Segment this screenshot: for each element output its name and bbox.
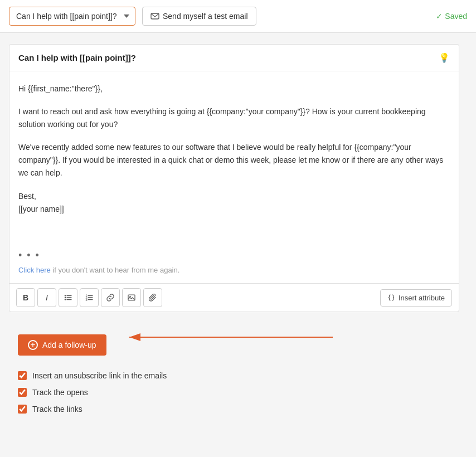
checkbox-item-opens: Track the opens [18, 388, 450, 397]
email-dots: • • • [9, 250, 459, 266]
ordered-list-icon: 1. 2. 3. [85, 294, 93, 302]
saved-status: ✓ Saved [436, 12, 467, 21]
add-followup-label: Add a follow-up [42, 341, 96, 349]
checkboxes-section: Insert an unsubscribe link in the emails… [18, 371, 450, 414]
bold-button[interactable]: B [16, 288, 35, 307]
svg-point-3 [65, 297, 66, 298]
svg-rect-4 [67, 297, 72, 298]
svg-rect-8 [88, 295, 93, 296]
image-icon [128, 294, 135, 302]
image-button[interactable] [122, 288, 141, 307]
body-line-3: We've recently added some new features t… [18, 141, 450, 179]
editor-toolbar: B I 1. 2. [9, 283, 459, 312]
editor-header: Can I help with [[pain point]]? 💡 [9, 45, 459, 71]
svg-rect-10 [88, 297, 93, 298]
unsubscribe-checkbox[interactable] [18, 371, 27, 380]
attachment-button[interactable] [143, 288, 162, 307]
test-email-button[interactable]: Send myself a test email [142, 7, 256, 26]
email-icon [150, 12, 159, 21]
plus-circle-icon: + [28, 340, 38, 350]
insert-attribute-button[interactable]: Insert attribute [380, 289, 452, 307]
svg-rect-6 [67, 299, 72, 300]
unsubscribe-line: Click here if you don't want to hear fro… [9, 266, 459, 283]
checkbox-item-links: Track the links [18, 405, 450, 414]
body-line-2: I want to reach out and ask how everythi… [18, 105, 450, 131]
bulb-icon[interactable]: 💡 [439, 52, 450, 63]
checkmark-icon: ✓ [436, 12, 443, 21]
checkbox-item-unsubscribe: Insert an unsubscribe link in the emails [18, 371, 450, 380]
email-editor: Can I help with [[pain point]]? 💡 Hi {{f… [9, 44, 459, 312]
top-bar: Can I help with [[pain point]]? Send mys… [0, 0, 476, 33]
body-line-4: Best,[[your name]] [18, 190, 450, 216]
unordered-list-button[interactable] [59, 288, 77, 307]
body-line-1: Hi {{first_name:"there"}}, [18, 82, 450, 95]
attachment-icon [149, 294, 157, 302]
saved-label: Saved [445, 12, 467, 21]
bottom-section: + Add a follow-up Insert an unsubscribe … [9, 312, 459, 427]
track-links-checkbox[interactable] [18, 405, 27, 414]
track-opens-label: Track the opens [32, 388, 88, 397]
link-button[interactable] [101, 288, 120, 307]
ordered-list-button[interactable]: 1. 2. 3. [80, 288, 99, 307]
curly-braces-icon [387, 294, 395, 302]
template-select[interactable]: Can I help with [[pain point]]? [9, 7, 135, 26]
svg-point-5 [65, 299, 66, 300]
track-opens-checkbox[interactable] [18, 388, 27, 397]
link-icon [106, 294, 114, 302]
svg-point-1 [65, 295, 66, 296]
svg-rect-2 [67, 295, 72, 296]
test-email-label: Send myself a test email [163, 12, 248, 21]
svg-point-14 [129, 296, 130, 297]
insert-attribute-label: Insert attribute [399, 294, 445, 302]
unsubscribe-label: Insert an unsubscribe link in the emails [32, 371, 167, 380]
main-content: Can I help with [[pain point]]? 💡 Hi {{f… [0, 33, 468, 438]
editor-body[interactable]: Hi {{first_name:"there"}}, I want to rea… [9, 71, 459, 250]
track-links-label: Track the links [32, 405, 82, 414]
svg-text:3.: 3. [86, 298, 88, 302]
unsubscribe-link[interactable]: Click here [18, 266, 51, 274]
add-followup-button[interactable]: + Add a follow-up [18, 334, 106, 356]
italic-button[interactable]: I [37, 288, 56, 307]
arrow-decoration [121, 323, 344, 351]
svg-rect-12 [88, 299, 93, 300]
unsubscribe-suffix: if you don't want to hear from me again. [51, 266, 180, 274]
unordered-list-icon [64, 294, 72, 302]
email-subject: Can I help with [[pain point]]? [18, 53, 136, 62]
